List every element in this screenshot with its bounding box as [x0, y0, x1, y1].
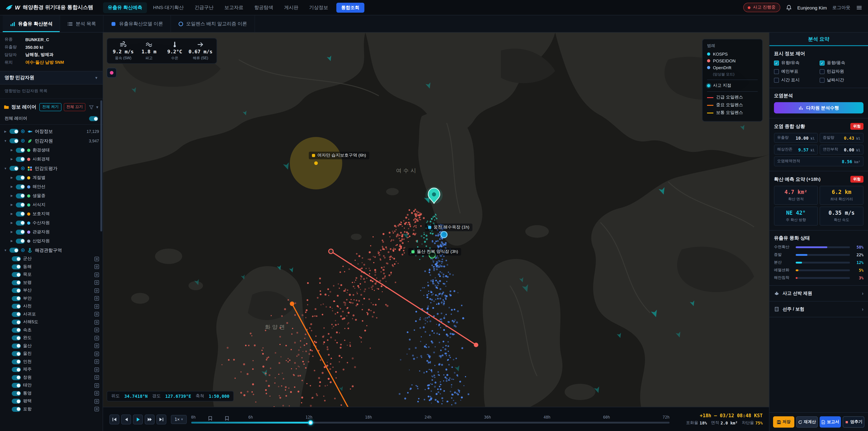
nav-item-5[interactable]: 게시판 [280, 2, 303, 13]
layer-item-1-1[interactable]: ▶사회경제 [0, 155, 103, 164]
tab-2[interactable]: 유출유확산모델 이론 [104, 16, 171, 32]
layer-toggle[interactable] [12, 288, 21, 293]
layer-item-2-5[interactable]: ▶수산자원 [0, 218, 103, 227]
tab-3[interactable]: 오일펜스 배치 알고리즘 이론 [171, 16, 255, 32]
checkbox[interactable] [774, 61, 779, 65]
region-item-8[interactable]: 서해5도 [0, 318, 103, 326]
fence-endpoint[interactable] [474, 343, 478, 347]
sidebar-scrollbar[interactable] [100, 100, 102, 232]
layer-toggle[interactable] [16, 211, 25, 216]
region-item-15[interactable]: 창원 [0, 374, 103, 381]
master-layer-toggle[interactable] [89, 116, 98, 121]
timeline-handle[interactable] [308, 420, 313, 425]
region-item-18[interactable]: 평택 [0, 397, 103, 405]
region-item-4[interactable]: 부산 [0, 286, 103, 295]
display-option-4[interactable]: 시간 표시 [774, 77, 818, 83]
region-item-3[interactable]: 보령 [0, 279, 103, 286]
layer-group-1[interactable]: ▼민감자원3,947 [0, 136, 103, 146]
fence-endpoint[interactable] [329, 249, 333, 254]
zoom-to-region-icon[interactable] [94, 280, 99, 285]
layer-toggle[interactable] [12, 383, 21, 388]
region-item-2[interactable]: 목포 [0, 271, 103, 279]
layer-toggle[interactable] [12, 336, 21, 341]
layer-toggle[interactable] [12, 272, 21, 277]
region-item-14[interactable]: 제주 [0, 366, 103, 374]
zoom-to-region-icon[interactable] [94, 288, 99, 293]
notification-bell-icon[interactable] [785, 4, 792, 11]
zoom-to-region-icon[interactable] [94, 360, 99, 364]
region-item-7[interactable]: 서귀포 [0, 310, 103, 318]
beach-marker[interactable] [441, 232, 447, 238]
fast-forward-button[interactable] [145, 414, 155, 424]
zoom-to-region-icon[interactable] [94, 328, 99, 333]
layers-all-off-button[interactable]: 전체 끄기 [64, 103, 86, 111]
region-item-1[interactable]: 동해 [0, 263, 103, 271]
nav-item-3[interactable]: 보고자료 [220, 2, 248, 13]
display-option-2[interactable]: 예인부표 [774, 69, 818, 74]
layer-group-2[interactable]: ▼민감도평가 [0, 164, 103, 173]
region-item-19[interactable]: 포항 [0, 405, 103, 413]
fence-endpoint[interactable] [290, 302, 294, 306]
chevron-right-icon[interactable]: ▶ [10, 221, 13, 225]
layer-group-3[interactable]: ▼해경관할구역 [0, 245, 103, 255]
chevron-right-icon[interactable]: ▶ [10, 230, 13, 234]
zoom-to-region-icon[interactable] [94, 399, 99, 404]
region-item-11[interactable]: 울산 [0, 342, 103, 350]
zoom-to-region-icon[interactable] [94, 304, 99, 309]
impact-section-header[interactable]: 영향 민감자원 ▼ [0, 71, 103, 85]
chevron-down-icon[interactable]: ▼ [4, 139, 7, 143]
zoom-to-region-icon[interactable] [94, 336, 99, 340]
nav-item-6[interactable]: 기상정보 [305, 2, 333, 13]
layer-toggle[interactable] [12, 391, 21, 396]
display-option-3[interactable]: 민감자원 [819, 69, 864, 74]
zoom-to-region-icon[interactable] [94, 368, 99, 372]
zoom-to-region-icon[interactable] [94, 344, 99, 348]
layer-item-2-7[interactable]: ▶산업자원 [0, 237, 103, 245]
save-button[interactable]: 저장 [773, 416, 794, 428]
skip-start-button[interactable] [110, 414, 119, 424]
zoom-to-region-icon[interactable] [94, 320, 99, 325]
region-item-9[interactable]: 속초 [0, 326, 103, 334]
chevron-right-icon[interactable]: ▶ [10, 148, 13, 152]
layer-toggle[interactable] [12, 280, 21, 285]
layer-toggle[interactable] [12, 256, 21, 261]
layer-toggle[interactable] [16, 239, 25, 243]
checkbox[interactable] [774, 69, 779, 74]
layer-toggle[interactable] [16, 184, 25, 189]
display-option-5[interactable]: 날짜시간 [819, 77, 864, 83]
layer-toggle[interactable] [12, 265, 21, 269]
layer-toggle[interactable] [9, 138, 19, 143]
multi-analysis-button[interactable]: 다차원 분석수행 [774, 102, 864, 114]
stop-button[interactable]: 멈추기 [842, 416, 864, 428]
chevron-right-icon[interactable]: ▶ [10, 212, 13, 216]
checkbox[interactable] [774, 78, 779, 83]
zoom-to-region-icon[interactable] [94, 265, 99, 269]
map-canvas[interactable]: 9.2 m/s풍속 (SW)1.8 m파고9.2°C수온0.67 m/s해류 (… [103, 33, 769, 407]
report-button[interactable]: 보고서 [819, 416, 841, 428]
zoom-to-region-icon[interactable] [94, 273, 99, 277]
layer-toggle[interactable] [9, 248, 19, 253]
layer-toggle[interactable] [12, 399, 21, 404]
marker-tool-button[interactable] [107, 68, 117, 78]
layer-toggle[interactable] [16, 175, 25, 180]
speed-selector[interactable]: 1× ▼ [171, 415, 186, 424]
layer-toggle[interactable] [9, 129, 19, 134]
chevron-right-icon[interactable]: ▶ [10, 203, 13, 207]
region-item-10[interactable]: 완도 [0, 334, 103, 342]
zoom-to-region-icon[interactable] [94, 257, 99, 261]
farm-marker[interactable] [429, 252, 435, 258]
refresh-button[interactable]: 재계산 [796, 416, 818, 428]
nav-item-2[interactable]: 긴급구난 [190, 2, 218, 13]
region-item-13[interactable]: 인천 [0, 358, 103, 366]
chevron-down-icon[interactable]: ▼ [4, 249, 7, 252]
incident-pin[interactable] [426, 187, 442, 204]
zoom-to-region-icon[interactable] [94, 352, 99, 356]
layer-toggle[interactable] [12, 312, 21, 317]
region-item-16[interactable]: 태안 [0, 381, 103, 390]
zoom-to-region-icon[interactable] [94, 296, 99, 301]
chevron-right-icon[interactable]: ▶ [4, 129, 7, 133]
layer-toggle[interactable] [12, 407, 21, 412]
layer-toggle[interactable] [16, 148, 25, 153]
timeline-slider[interactable] [191, 422, 670, 424]
nav-quick-link[interactable]: 통합조회 [336, 2, 364, 12]
